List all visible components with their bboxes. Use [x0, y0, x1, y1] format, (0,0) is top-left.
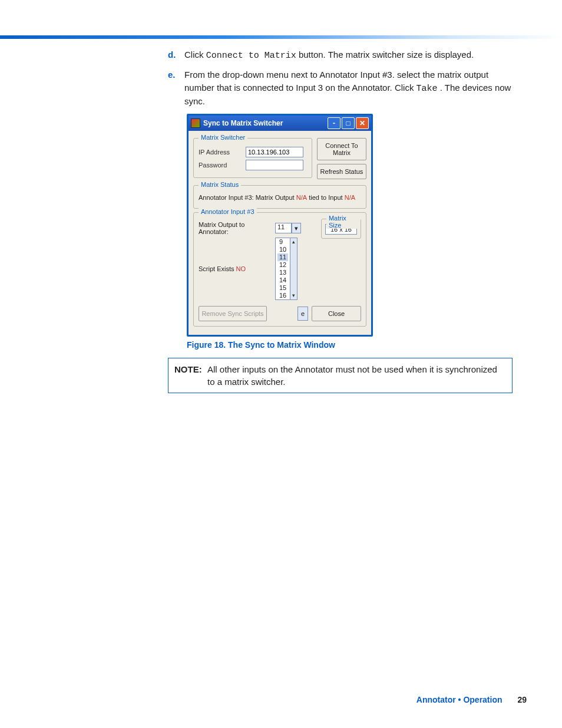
note-text: All other inputs on the Annotator must n…: [207, 363, 506, 388]
matrix-status-group: Matrix Status Annotator Input #3: Matrix…: [193, 185, 366, 209]
dropdown-scrollbar[interactable]: ▴▾: [290, 238, 297, 299]
script-exists-label: Script Exists: [199, 265, 236, 272]
matrix-status-legend: Matrix Status: [199, 181, 241, 188]
step-e-marker: e.: [168, 68, 184, 108]
matrix-output-select[interactable]: 11: [275, 223, 292, 233]
step-d-body: Click Connect to Matrix button. The matr…: [184, 48, 513, 62]
maximize-button[interactable]: □: [342, 117, 355, 129]
code-take: Take: [416, 84, 438, 94]
matrix-switcher-group: Matrix Switcher IP Address Password: [193, 138, 312, 178]
page-footer: Annotator • Operation 29: [416, 695, 527, 704]
matrix-output-dropdown-list[interactable]: 9 10 11 12 13 14 15 16: [275, 238, 297, 300]
ip-label: IP Address: [199, 149, 246, 156]
code-connect: Connect to Matrix: [206, 51, 296, 61]
step-e: e. From the drop-down menu next to Annot…: [168, 68, 513, 108]
close-button[interactable]: Close: [312, 306, 361, 321]
password-label: Password: [199, 162, 246, 169]
note-box: NOTE: All other inputs on the Annotator …: [168, 358, 513, 393]
matrix-status-text: Annotator Input #3: Matrix Output N/A ti…: [199, 194, 361, 201]
matrix-output-label: Matrix Output to Annotator:: [199, 221, 275, 235]
close-window-button[interactable]: ✕: [356, 117, 369, 129]
step-d: d. Click Connect to Matrix button. The m…: [168, 48, 513, 62]
page-accent-bar: [0, 35, 562, 39]
app-icon: [191, 118, 200, 128]
script-exists-value: NO: [236, 265, 246, 272]
main-content: d. Click Connect to Matrix button. The m…: [168, 48, 513, 393]
minimize-button[interactable]: ‐: [328, 117, 340, 129]
footer-page: 29: [517, 695, 527, 704]
dialog-title: Sync to Matrix Switcher: [203, 119, 326, 127]
step-e-body: From the drop-down menu next to Annotato…: [184, 68, 513, 108]
matrix-switcher-legend: Matrix Switcher: [199, 134, 247, 141]
ip-address-field[interactable]: [246, 147, 303, 157]
dialog-titlebar[interactable]: Sync to Matrix Switcher ‐ □ ✕: [189, 116, 371, 131]
remove-sync-scripts-button: Remove Sync Scripts: [199, 306, 267, 321]
password-field[interactable]: [246, 160, 303, 170]
annotator-input-group: Annotator Input #3 Matrix Output to Anno…: [193, 212, 366, 327]
note-label: NOTE:: [174, 363, 207, 388]
connect-to-matrix-button[interactable]: Connect To Matrix: [317, 138, 366, 160]
refresh-status-button[interactable]: Refresh Status: [317, 164, 366, 179]
matrix-size-legend: Matrix Size: [326, 215, 361, 229]
sync-to-matrix-dialog: Sync to Matrix Switcher ‐ □ ✕ Matrix Swi…: [187, 114, 373, 337]
step-d-marker: d.: [168, 48, 184, 62]
matrix-size-group: Matrix Size 16 x 16: [321, 219, 361, 239]
take-button-stub[interactable]: e: [297, 307, 308, 321]
annotator-input-legend: Annotator Input #3: [199, 208, 257, 215]
chevron-down-icon[interactable]: ▾: [292, 223, 301, 233]
figure-caption: Figure 18. The Sync to Matrix Window: [187, 340, 513, 350]
footer-section: Annotator • Operation: [416, 695, 503, 704]
